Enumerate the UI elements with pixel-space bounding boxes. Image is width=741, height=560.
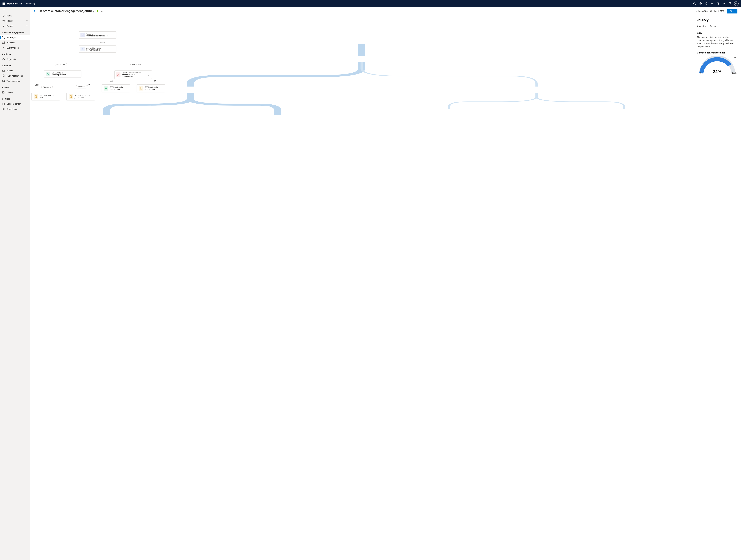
svg-rect-2	[4, 3, 5, 3]
plus-icon	[711, 2, 714, 5]
svg-rect-6	[3, 4, 3, 5]
sidebar-item-journeys[interactable]: Journeys	[0, 35, 30, 40]
add-button[interactable]	[709, 0, 715, 7]
insight-button[interactable]	[703, 0, 709, 7]
flask-icon	[47, 73, 49, 75]
arrow-left-icon	[33, 10, 37, 13]
hamburger-icon	[3, 9, 5, 11]
svg-rect-0	[3, 3, 3, 3]
node-branch[interactable]: Add an if/then branchLoyalty member ⋮	[79, 46, 116, 53]
bolt-icon	[82, 48, 84, 50]
segment-icon	[2, 58, 5, 60]
svg-rect-33	[3, 91, 4, 93]
sidebar-section-settings: Settings	[0, 95, 30, 101]
node-optimize[interactable]: Optimize across channelsBest channel to …	[115, 70, 152, 79]
settings-button[interactable]	[721, 0, 727, 7]
gauge-max-label: 100%	[732, 72, 737, 74]
user-avatar[interactable]: MT	[734, 1, 739, 6]
sidebar-item-label: Journeys	[6, 36, 16, 39]
node-leaf-recommendations[interactable]: Recommendations just for you	[66, 93, 95, 100]
sidebar-section-customer-engagement: Customer engagement	[0, 28, 30, 35]
svg-rect-24	[3, 43, 3, 44]
sidebar-section-audience: Audience	[0, 50, 30, 57]
mail-icon	[2, 70, 5, 72]
mobile-icon	[35, 95, 37, 98]
sidebar-item-home[interactable]: Home	[0, 13, 30, 18]
app-launcher-button[interactable]	[1, 1, 6, 6]
sidebar-item-label: Event triggers	[6, 47, 19, 49]
tab-properties[interactable]: Properties	[710, 24, 719, 29]
question-icon	[729, 2, 731, 5]
node-more-button[interactable]: ⋮	[76, 73, 80, 75]
content: In-store customer engagement journey Liv…	[30, 7, 741, 560]
sidebar-section-channels: Channels	[0, 62, 30, 68]
task-button[interactable]	[697, 0, 703, 7]
flow-count: 4,100	[100, 41, 106, 44]
svg-point-47	[117, 75, 118, 76]
sidebar-item-label: Library	[6, 91, 13, 94]
svg-point-22	[2, 37, 3, 37]
svg-point-9	[693, 3, 695, 4]
version-b-label: Version B	[76, 85, 87, 88]
sidebar-item-label: Home	[6, 14, 12, 17]
node-leaf-exclusive-offer[interactable]: In-store exclusive offer	[31, 93, 60, 100]
help-button[interactable]	[727, 0, 733, 7]
sidebar-item-emails[interactable]: Emails	[0, 68, 30, 73]
module-label: Marketing	[26, 2, 35, 5]
library-icon	[2, 91, 5, 94]
svg-point-17	[730, 4, 730, 5]
sidebar-item-analytics[interactable]: Analytics	[0, 40, 30, 45]
flow-count: 1,350	[35, 84, 40, 86]
branch-no-label: No	[130, 63, 136, 66]
sidebar-item-event-triggers[interactable]: Event triggers	[0, 45, 30, 50]
sidebar-item-label: Consent center	[6, 103, 20, 105]
goal-description: The goal here is to improve in-store cus…	[697, 36, 737, 48]
flow-count: 1,400	[136, 63, 141, 66]
sidebar-item-consent[interactable]: Consent center	[0, 101, 30, 107]
journey-canvas[interactable]: Trigger eventConnect to in-store Wi-Fi ⋮…	[30, 15, 693, 560]
svg-rect-50	[140, 87, 142, 89]
sidebar-item-text[interactable]: Text messages	[0, 78, 30, 83]
sidebar-item-pinned[interactable]: Pinned	[0, 23, 30, 28]
journey-icon	[2, 36, 5, 39]
sidebar-item-recent[interactable]: Recent	[0, 18, 30, 23]
node-more-button[interactable]: ⋮	[111, 48, 115, 51]
node-trigger[interactable]: Trigger eventConnect to in-store Wi-Fi ⋮	[79, 31, 116, 39]
node-abtest[interactable]: Add an A/B testOffer experiment ⋮	[44, 70, 81, 77]
svg-marker-15	[717, 3, 719, 4]
svg-line-34	[4, 91, 5, 93]
svg-point-16	[724, 3, 725, 4]
tab-analytics[interactable]: Analytics	[697, 24, 706, 29]
sidebar-item-library[interactable]: Library	[0, 90, 30, 95]
node-more-button[interactable]: ⋮	[111, 33, 115, 37]
node-leaf-loyalty-1[interactable]: 500 loyalty points with sign-up	[102, 84, 130, 92]
search-button[interactable]	[691, 0, 697, 7]
sidebar-item-label: Analytics	[6, 42, 15, 44]
consent-icon	[2, 103, 5, 105]
filter-button[interactable]	[715, 0, 721, 7]
sidebar-item-push[interactable]: Push notifications	[0, 73, 30, 78]
gauge-value-label: 1,680	[733, 57, 737, 59]
node-leaf-loyalty-2[interactable]: 500 loyalty points with sign-up	[137, 84, 165, 92]
message-icon	[2, 80, 5, 82]
flow-count: 420	[152, 80, 156, 82]
trigger-icon	[2, 47, 5, 49]
page-title: In-store customer engagement journey	[40, 9, 94, 13]
stop-button[interactable]: Stop	[727, 9, 737, 13]
search-icon	[693, 2, 696, 5]
node-more-button[interactable]: ⋮	[147, 73, 150, 76]
gauge-min-label: 0	[700, 72, 701, 74]
version-a-label: Version A	[41, 86, 53, 89]
sidebar-item-segments[interactable]: Segments	[0, 57, 30, 62]
sidebar-toggle[interactable]	[0, 7, 30, 13]
topbar: Dynamics 365 Marketing MT	[0, 0, 741, 7]
lightbulb-icon	[705, 2, 708, 5]
sidebar-item-label: Emails	[6, 69, 13, 72]
sidebar-section-assets: Assets	[0, 83, 30, 90]
content-header: In-store customer engagement journey Liv…	[30, 7, 741, 15]
plug-icon	[81, 34, 84, 36]
home-icon	[2, 14, 5, 17]
back-button[interactable]	[33, 10, 37, 13]
sidebar-item-compliance[interactable]: Compliance	[0, 107, 30, 112]
gear-icon	[723, 2, 726, 5]
